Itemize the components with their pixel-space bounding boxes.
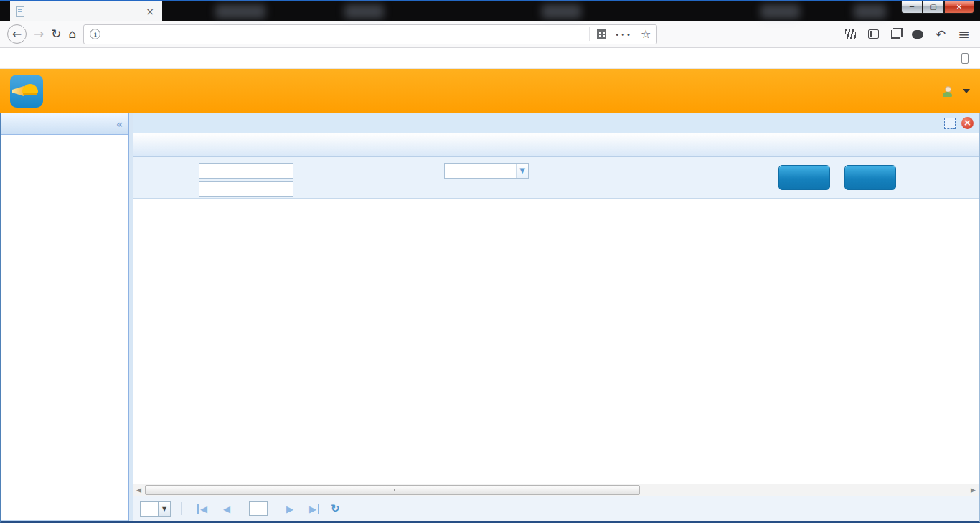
content-panel: ▼ xyxy=(133,113,979,521)
screen: × ─ ▢ ✕ ← → ↻ ⌂ xyxy=(0,0,980,523)
fullscreen-icon[interactable] xyxy=(944,118,956,129)
blurred-artifact xyxy=(542,4,581,19)
blurred-artifact xyxy=(854,4,886,19)
bookmark-star-icon[interactable] xyxy=(641,27,651,41)
bookmark-mobile[interactable] xyxy=(961,53,973,64)
horizontal-scrollbar[interactable]: ◀ ▶ xyxy=(133,484,979,496)
clear-button[interactable] xyxy=(844,165,896,190)
window-controls: ─ ▢ ✕ xyxy=(901,1,974,14)
scroll-left-icon[interactable]: ◀ xyxy=(133,484,145,496)
menu-icon[interactable] xyxy=(958,26,970,43)
user-icon xyxy=(942,86,953,97)
pager-refresh-icon[interactable]: ↻ xyxy=(326,502,344,515)
scrollbar-thumb[interactable] xyxy=(145,485,640,495)
forward-icon[interactable]: → xyxy=(34,28,44,40)
browser-navbar: ← → ↻ ⌂ xyxy=(0,21,980,48)
scrollbar-track[interactable] xyxy=(640,484,967,496)
chat-icon[interactable] xyxy=(912,30,923,39)
divider xyxy=(181,502,182,515)
url-actions xyxy=(589,27,651,41)
browser-titlebar: × ─ ▢ ✕ xyxy=(0,0,980,21)
screenshot-icon[interactable] xyxy=(891,30,900,39)
sidebar-groups-bottom xyxy=(1,520,128,521)
last-page-button[interactable]: ▶ xyxy=(305,504,319,514)
chevron-down-icon xyxy=(963,89,970,97)
current-user-menu[interactable] xyxy=(942,85,970,97)
browser-tab[interactable]: × xyxy=(10,0,162,21)
close-button[interactable]: ✕ xyxy=(944,1,974,14)
employee-name-input[interactable] xyxy=(199,163,293,179)
collapse-sidebar-icon[interactable]: « xyxy=(116,118,123,130)
app-header xyxy=(0,69,980,113)
back-icon[interactable]: ← xyxy=(7,24,27,44)
phone-icon xyxy=(961,53,969,64)
url-bar[interactable] xyxy=(83,24,657,44)
select-chevron-icon: ▼ xyxy=(516,164,528,178)
tabstrip-actions xyxy=(944,117,974,129)
tab-strip xyxy=(133,113,979,133)
reload-icon[interactable]: ↻ xyxy=(51,28,61,40)
search-buttons xyxy=(778,165,896,190)
maximize-button[interactable]: ▢ xyxy=(923,1,944,14)
qr-code-icon[interactable] xyxy=(597,29,606,39)
minimize-button[interactable]: ─ xyxy=(901,1,923,14)
next-page-button[interactable]: ▶ xyxy=(282,504,298,514)
sidebar: « xyxy=(1,113,129,521)
sidebar-menu xyxy=(1,135,128,520)
sidebar-header: « xyxy=(1,113,128,135)
page-number-input[interactable] xyxy=(249,501,268,516)
blurred-artifact xyxy=(215,4,265,19)
favicon-doc-icon xyxy=(16,6,24,17)
sidebar-toggle-icon[interactable] xyxy=(868,29,879,39)
prev-page-button[interactable]: ◀ xyxy=(219,504,235,514)
employee-code-input[interactable] xyxy=(199,181,293,197)
blurred-artifact xyxy=(760,4,800,19)
library-icon[interactable] xyxy=(845,29,856,39)
page-size-chevron-icon[interactable] xyxy=(158,502,170,516)
main-area: « ▼ xyxy=(0,113,980,523)
data-grid xyxy=(133,199,979,484)
pagination-bar: ◀ ◀ ▶ ▶ ↻ xyxy=(133,496,979,521)
tab-close-icon[interactable]: × xyxy=(143,6,156,17)
page-size-value xyxy=(141,502,158,516)
page-actions-icon[interactable] xyxy=(615,29,632,39)
query-button[interactable] xyxy=(778,165,830,190)
first-page-button[interactable]: ◀ xyxy=(197,504,212,514)
scroll-right-icon[interactable]: ▶ xyxy=(967,484,979,496)
blurred-artifact xyxy=(344,4,384,19)
new-tab-button[interactable] xyxy=(162,1,179,21)
undo-icon[interactable] xyxy=(936,27,946,42)
search-form: ▼ xyxy=(133,157,979,199)
navbar-right-icons xyxy=(845,26,973,43)
app-logo-icon xyxy=(10,75,43,108)
grid-toolbar xyxy=(133,133,979,157)
site-info-icon[interactable] xyxy=(90,29,100,39)
page-size-combo[interactable] xyxy=(140,501,171,517)
close-tab-panel-icon[interactable] xyxy=(961,117,974,129)
home-icon[interactable]: ⌂ xyxy=(69,28,77,40)
bookmarks-bar xyxy=(0,48,980,69)
department-select[interactable]: ▼ xyxy=(444,163,529,179)
